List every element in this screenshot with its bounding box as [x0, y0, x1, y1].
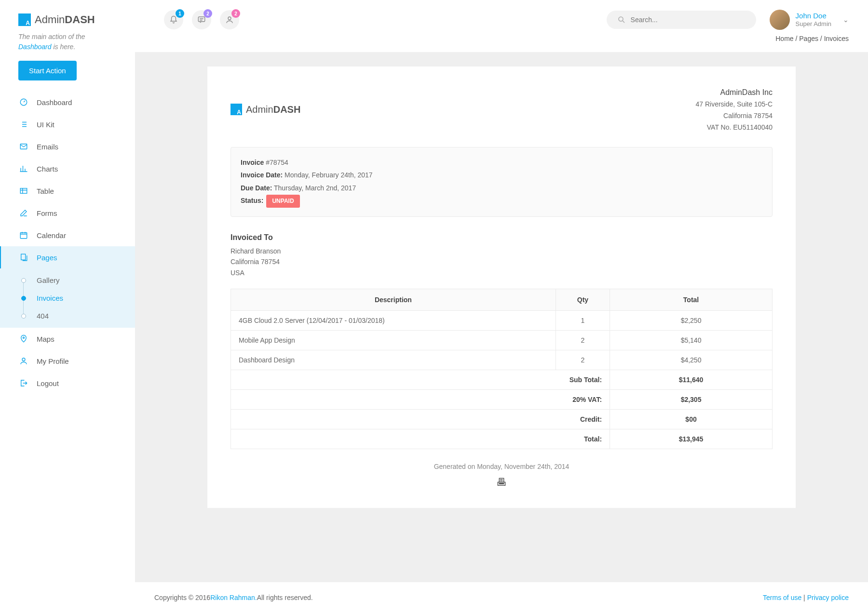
avatar	[770, 10, 790, 30]
map-pin-icon	[18, 333, 29, 344]
nav: Dashboard UI Kit Emails Charts Table For…	[0, 91, 135, 394]
nav-uikit[interactable]: UI Kit	[0, 113, 135, 135]
th-qty: Qty	[556, 289, 610, 310]
nav-table[interactable]: Table	[0, 180, 135, 202]
search-icon	[617, 15, 626, 24]
search-input[interactable]	[631, 16, 746, 24]
nav-profile[interactable]: My Profile	[0, 350, 135, 372]
invoice-meta: Invoice #78754 Invoice Date: Monday, Feb…	[231, 147, 773, 217]
invoice-card: AdminDASH AdminDash Inc 47 Riverside, Su…	[207, 67, 796, 508]
generated-note: Generated on Monday, November 24th, 2014	[231, 463, 773, 470]
nav-charts[interactable]: Charts	[0, 158, 135, 180]
edit-icon	[18, 208, 29, 218]
user-menu[interactable]: John Doe Super Admin ⌄	[770, 10, 849, 30]
users-button[interactable]: 2	[220, 10, 239, 29]
subnav-404[interactable]: 404	[0, 307, 135, 325]
svg-point-5	[23, 337, 25, 338]
privacy-link[interactable]: Privacy police	[807, 594, 849, 601]
print-button[interactable]: 🖶	[231, 476, 773, 489]
table-icon	[18, 186, 29, 196]
gauge-icon	[18, 97, 29, 107]
main: 1 2 2 John Doe Super Admin ⌄ Home / Page…	[135, 0, 868, 613]
nav-emails[interactable]: Emails	[0, 135, 135, 158]
nav-forms[interactable]: Forms	[0, 202, 135, 224]
list-icon	[18, 119, 29, 130]
svg-point-9	[619, 17, 623, 21]
nav-calendar[interactable]: Calendar	[0, 224, 135, 246]
svg-rect-7	[198, 17, 205, 22]
topbar: 1 2 2 John Doe Super Admin ⌄	[135, 0, 868, 35]
table-row: 4GB Cloud 2.0 Server (12/04/2017 - 01/03…	[231, 310, 773, 330]
tagline: The main action of the Dashboard is here…	[18, 32, 117, 52]
sidebar: AdminDASH The main action of the Dashboa…	[0, 0, 135, 613]
chart-icon	[18, 163, 29, 174]
sub-nav-pages: Gallery Invoices 404	[0, 268, 135, 328]
nav-logout[interactable]: Logout	[0, 372, 135, 394]
svg-rect-4	[21, 254, 26, 260]
terms-link[interactable]: Terms of use	[763, 594, 801, 601]
company-address: AdminDash Inc 47 Riverside, Suite 105-C …	[695, 86, 773, 133]
user-icon	[18, 356, 29, 366]
user-role: Super Admin	[796, 20, 831, 28]
start-action-button[interactable]: Start Action	[18, 61, 77, 80]
user-name: John Doe	[796, 11, 831, 21]
print-icon: 🖶	[496, 476, 507, 488]
messages-button[interactable]: 2	[192, 10, 211, 29]
subnav-gallery[interactable]: Gallery	[0, 271, 135, 289]
svg-rect-3	[20, 233, 27, 239]
table-row: Mobile App Design2$5,140	[231, 330, 773, 350]
envelope-icon	[18, 141, 29, 152]
th-description: Description	[231, 289, 556, 310]
logo-mark-icon	[18, 13, 31, 26]
search-box[interactable]	[607, 11, 756, 29]
logo-text-prefix: Admin	[35, 13, 65, 26]
nav-maps[interactable]: Maps	[0, 328, 135, 350]
users-badge: 2	[231, 9, 240, 18]
logo-mark-icon	[231, 104, 242, 115]
logo[interactable]: AdminDASH	[18, 13, 135, 26]
chevron-down-icon: ⌄	[843, 16, 849, 24]
content: AdminDASH AdminDash Inc 47 Riverside, Su…	[135, 52, 868, 582]
th-total: Total	[610, 289, 773, 310]
invoice-logo: AdminDASH	[231, 86, 300, 133]
bill-to: Invoiced To Richard Branson California 7…	[231, 231, 773, 278]
breadcrumb[interactable]: Home / Pages / Invoices	[135, 35, 868, 52]
calendar-icon	[18, 230, 29, 240]
invoice-table: Description Qty Total 4GB Cloud 2.0 Serv…	[231, 289, 773, 449]
pages-icon	[18, 252, 29, 263]
footer: Copyrights © 2016 Rikon Rahman. All righ…	[135, 582, 868, 613]
logout-icon	[18, 378, 29, 388]
nav-pages[interactable]: Pages	[0, 246, 135, 268]
svg-point-6	[22, 358, 25, 361]
svg-rect-2	[20, 188, 27, 194]
status-badge: UNPAID	[266, 195, 299, 208]
footer-author-link[interactable]: Rikon Rahman.	[210, 594, 257, 601]
messages-badge: 2	[203, 9, 212, 18]
svg-point-8	[228, 17, 231, 20]
notifications-badge: 1	[176, 9, 184, 18]
table-row: Dashboard Design2$4,250	[231, 350, 773, 370]
notifications-button[interactable]: 1	[164, 10, 183, 29]
logo-text-suffix: DASH	[65, 13, 95, 26]
nav-dashboard[interactable]: Dashboard	[0, 91, 135, 113]
subnav-invoices[interactable]: Invoices	[0, 289, 135, 307]
